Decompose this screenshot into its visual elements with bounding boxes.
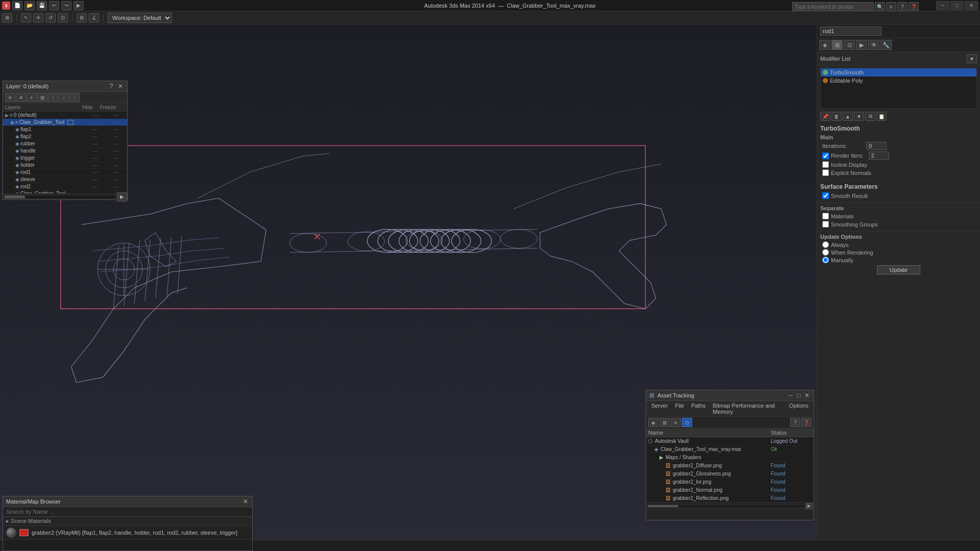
at-help-btn[interactable]: ? xyxy=(790,418,800,427)
mat-browser-close-btn[interactable]: ✕ xyxy=(242,498,249,505)
isoline-checkbox[interactable] xyxy=(822,161,829,168)
layer-row-holder[interactable]: ◈ holder — — xyxy=(3,162,127,169)
layers-scroll-right[interactable]: ▶ xyxy=(117,192,127,202)
hierarchy-tab[interactable]: ⊡ xyxy=(844,40,855,50)
render-iters-checkbox[interactable] xyxy=(822,153,829,159)
at-minimize-btn[interactable]: ─ xyxy=(787,392,794,399)
layer-row-flap1[interactable]: ◈ flap1 — — xyxy=(3,126,127,133)
mod-up-btn[interactable]: ▲ xyxy=(843,112,853,121)
ws-rotate-btn[interactable]: ↺ xyxy=(45,13,56,22)
help-btn[interactable]: ❓ xyxy=(909,2,919,11)
at-rows[interactable]: ⬡ Autodesk Vault Logged Out ◈ Claw_Grabb… xyxy=(646,437,814,503)
layers-scroll-track[interactable] xyxy=(4,195,116,199)
layer-row-claw-tool[interactable]: ◈ Claw_Grabber_Tool — — xyxy=(3,190,127,193)
open-btn[interactable]: 📂 xyxy=(24,1,35,10)
modifier-list[interactable]: TurboSmooth Editable Poly xyxy=(820,68,977,109)
ws-move-btn[interactable]: ✛ xyxy=(33,13,43,22)
layers-scroll-thumb[interactable] xyxy=(5,195,25,198)
search-opt2[interactable]: ? xyxy=(897,2,908,11)
layer-row-handle[interactable]: ◈ handle — — xyxy=(3,147,127,155)
modify-tab[interactable]: ⊞ xyxy=(831,40,843,50)
at-scroll-right[interactable]: ▶ xyxy=(805,503,813,509)
motion-tab[interactable]: ▶ xyxy=(856,40,867,50)
ws-scale-btn[interactable]: ⊡ xyxy=(58,13,68,22)
at-row-diffuse[interactable]: 🖼 grabber2_Diffuse.png Found xyxy=(646,462,814,470)
ws-angle-btn[interactable]: ∠ xyxy=(89,13,99,22)
modifier-editable-poly[interactable]: Editable Poly xyxy=(821,77,976,85)
at-menu-options[interactable]: Options xyxy=(786,402,812,415)
mat-item-grabber2[interactable]: grabber2 (VRayMtl) [flap1, flap2, handle… xyxy=(3,526,252,539)
layer-row-default[interactable]: ▶ ≡ 0 (default) — — xyxy=(3,112,127,119)
layer-tool-5[interactable]: ↑ xyxy=(48,93,58,102)
smooth-result-checkbox[interactable] xyxy=(822,192,829,199)
at-menu-paths[interactable]: Paths xyxy=(688,402,708,415)
at-scrollbar[interactable]: ▶ xyxy=(646,503,814,509)
save-btn[interactable]: 💾 xyxy=(37,1,47,10)
layer-row-rod2[interactable]: ◈ rod2 — — xyxy=(3,183,127,190)
create-tab[interactable]: ◈ xyxy=(819,40,830,50)
layer-tool-1[interactable]: ≡ xyxy=(5,93,15,102)
at-tool-3[interactable]: ≡ xyxy=(671,418,681,427)
layers-scrollbar[interactable]: ▶ xyxy=(3,193,127,199)
layers-list[interactable]: ▶ ≡ 0 (default) — — ◉ ≡ Claw_Grabber_Too… xyxy=(3,112,127,193)
layer-row-flap2[interactable]: ◈ flap2 — — xyxy=(3,133,127,140)
maximize-btn[interactable]: □ xyxy=(950,1,964,10)
search-input[interactable] xyxy=(792,2,874,11)
at-row-normal[interactable]: 🖼 grabber2_Normal.png Found xyxy=(646,486,814,494)
layer-tool-4[interactable]: ⊞ xyxy=(37,93,47,102)
at-row-maps[interactable]: ▶ Maps / Shaders xyxy=(646,454,814,462)
at-row-maxfile[interactable]: ◈ Claw_Grabber_Tool_max_vray.max Ok xyxy=(646,445,814,454)
modifier-turbosm[interactable]: TurboSmooth xyxy=(821,68,976,77)
undo-btn[interactable]: ↩ xyxy=(49,1,59,10)
smoothing-groups-checkbox[interactable] xyxy=(822,221,829,228)
display-tab[interactable]: 👁 xyxy=(868,40,879,50)
always-radio[interactable] xyxy=(822,241,829,248)
at-close-btn[interactable]: ✕ xyxy=(803,392,811,399)
minimize-btn[interactable]: ─ xyxy=(936,1,949,10)
update-btn[interactable]: Update xyxy=(877,265,920,274)
ws-btn1[interactable]: ⊞ xyxy=(2,13,12,22)
render-iters-input[interactable] xyxy=(869,152,889,160)
at-menu-file[interactable]: File xyxy=(672,402,687,415)
at-maximize-btn[interactable]: □ xyxy=(795,392,802,399)
explicit-normals-checkbox[interactable] xyxy=(822,169,829,176)
at-row-ior[interactable]: 🖼 grabber2_lor.png Found xyxy=(646,478,814,486)
mod-down-btn[interactable]: ▼ xyxy=(854,112,864,121)
new-btn[interactable]: 📄 xyxy=(12,1,22,10)
at-row-reflection[interactable]: 🖼 grabber2_Reflection.png Found xyxy=(646,494,814,503)
ws-select-btn[interactable]: ↖ xyxy=(21,13,31,22)
iterations-input[interactable] xyxy=(866,142,887,150)
mod-pin-btn[interactable]: 📌 xyxy=(820,112,830,121)
search-btn[interactable]: 🔍 xyxy=(875,2,885,11)
mod-del-btn[interactable]: 🗑 xyxy=(831,112,842,121)
at-tool-2[interactable]: ⊞ xyxy=(659,418,670,427)
layers-help-btn[interactable]: ? xyxy=(108,83,115,90)
utilities-tab[interactable]: 🔧 xyxy=(880,40,892,50)
at-menu-server[interactable]: Server xyxy=(648,402,671,415)
materials-checkbox[interactable] xyxy=(822,213,829,219)
when-rendering-radio[interactable] xyxy=(822,249,829,256)
redo-btn[interactable]: ↪ xyxy=(61,1,71,10)
ws-snap-btn[interactable]: ⊞ xyxy=(77,13,87,22)
layer-row-rod1[interactable]: ◈ rod1 — — xyxy=(3,169,127,176)
layers-close-btn[interactable]: ✕ xyxy=(117,83,124,90)
modifier-list-dropdown[interactable]: ▼ xyxy=(967,54,977,63)
close-btn[interactable]: ✕ xyxy=(965,1,978,10)
at-row-vault[interactable]: ⬡ Autodesk Vault Logged Out xyxy=(646,437,814,445)
mat-search-input[interactable] xyxy=(3,507,252,517)
mat-scene-materials-header[interactable]: ▸ Scene Materials xyxy=(3,517,252,526)
layer-row-rubber[interactable]: ◈ rubber — — xyxy=(3,140,127,147)
search-opt1[interactable]: ≡ xyxy=(886,2,896,11)
layer-tool-2[interactable]: ✕ xyxy=(16,93,26,102)
layer-row-trigger[interactable]: ◈ trigger — — xyxy=(3,155,127,162)
mod-paste-btn[interactable]: 📋 xyxy=(876,112,887,121)
at-help2-btn[interactable]: ❓ xyxy=(801,418,812,427)
workspace-dropdown[interactable]: Workspace: Default xyxy=(108,13,172,23)
layer-row-sleeve[interactable]: ◈ sleeve — — xyxy=(3,176,127,183)
layer-tool-6[interactable]: ↓ xyxy=(59,93,69,102)
manually-radio[interactable] xyxy=(822,257,829,263)
at-row-glossiness[interactable]: 🖼 grabber2_Glossiness.png Found xyxy=(646,470,814,478)
mod-copy-btn[interactable]: ⧉ xyxy=(865,112,875,121)
object-name-field[interactable] xyxy=(820,27,881,36)
at-tool-4[interactable]: ⊡ xyxy=(682,418,692,427)
